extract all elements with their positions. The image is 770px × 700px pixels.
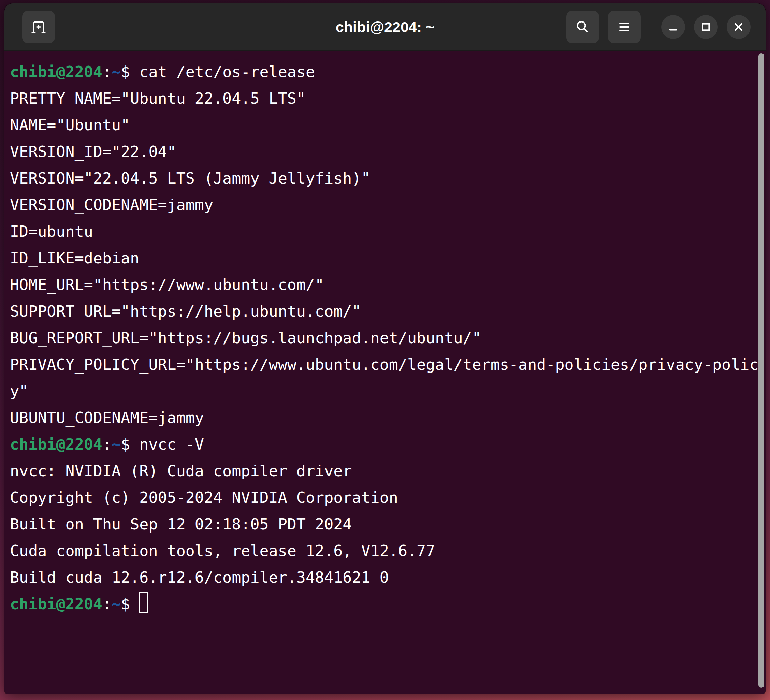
terminal-headerbar: chibi@2204: ~ xyxy=(5,3,765,51)
output-text: Cuda compilation tools, release 12.6, V1… xyxy=(10,542,435,560)
terminal-line: Cuda compilation tools, release 12.6, V1… xyxy=(10,538,765,564)
search-button[interactable] xyxy=(566,11,599,43)
terminal-screen[interactable]: chibi@2204:~$ cat /etc/os-releasePRETTY_… xyxy=(5,52,765,694)
prompt-separator: : xyxy=(102,63,112,81)
terminal-line: PRIVACY_POLICY_URL="https://www.ubuntu.c… xyxy=(10,351,765,378)
window-title: chibi@2204: ~ xyxy=(336,19,434,36)
prompt-separator: : xyxy=(102,435,112,453)
menu-button[interactable] xyxy=(608,11,641,43)
terminal-line: PRETTY_NAME="Ubuntu 22.04.5 LTS" xyxy=(10,85,765,112)
terminal-line: VERSION_ID="22.04" xyxy=(10,139,765,165)
prompt-user-host: chibi@2204 xyxy=(10,435,102,453)
text-cursor xyxy=(139,592,149,613)
output-text: HOME_URL="https://www.ubuntu.com/" xyxy=(10,276,324,294)
terminal-line: HOME_URL="https://www.ubuntu.com/" xyxy=(10,272,765,298)
output-text: NAME="Ubuntu" xyxy=(10,116,130,134)
prompt-user-host: chibi@2204 xyxy=(10,63,102,81)
hamburger-menu-icon xyxy=(616,19,632,35)
output-text: Build cuda_12.6.r12.6/compiler.34841621_… xyxy=(10,568,389,587)
terminal-line: y" xyxy=(10,378,765,404)
output-text: ID_LIKE=debian xyxy=(10,249,139,267)
output-text: SUPPORT_URL="https://help.ubuntu.com/" xyxy=(10,302,361,320)
terminal-line: VERSION_CODENAME=jammy xyxy=(10,192,765,218)
maximize-icon xyxy=(698,19,713,34)
output-text: Built on Thu_Sep_12_02:18:05_PDT_2024 xyxy=(10,515,352,533)
prompt-symbol: $ xyxy=(121,435,130,453)
prompt-symbol: $ xyxy=(121,595,130,613)
close-icon xyxy=(731,19,746,34)
search-icon xyxy=(574,19,591,35)
prompt-user-host: chibi@2204 xyxy=(10,595,102,613)
terminal-line: Copyright (c) 2005-2024 NVIDIA Corporati… xyxy=(10,484,765,511)
output-text: PRIVACY_POLICY_URL="https://www.ubuntu.c… xyxy=(10,356,759,373)
terminal-line: ID_LIKE=debian xyxy=(10,245,765,272)
output-text: VERSION="22.04.5 LTS (Jammy Jellyfish)" xyxy=(10,169,370,187)
prompt-symbol: $ xyxy=(121,63,130,81)
terminal-line: SUPPORT_URL="https://help.ubuntu.com/" xyxy=(10,298,765,325)
terminal-window: chibi@2204: ~ xyxy=(5,3,765,694)
terminal-line: UBUNTU_CODENAME=jammy xyxy=(10,404,765,431)
command-text xyxy=(130,595,139,613)
terminal-line: Build cuda_12.6.r12.6/compiler.34841621_… xyxy=(10,564,765,591)
prompt-path: ~ xyxy=(112,63,121,81)
prompt-separator: : xyxy=(102,595,112,613)
maximize-button[interactable] xyxy=(694,15,718,39)
output-text: BUG_REPORT_URL="https://bugs.launchpad.n… xyxy=(10,329,481,347)
prompt-path: ~ xyxy=(112,435,121,453)
output-text: PRETTY_NAME="Ubuntu 22.04.5 LTS" xyxy=(10,89,306,107)
terminal-line: chibi@2204:~$ cat /etc/os-release xyxy=(10,59,765,85)
terminal-line: chibi@2204:~$ nvcc -V xyxy=(10,431,765,458)
terminal-line: ID=ubuntu xyxy=(10,218,765,245)
prompt-path: ~ xyxy=(112,595,121,613)
terminal-line: VERSION="22.04.5 LTS (Jammy Jellyfish)" xyxy=(10,165,765,192)
minimize-button[interactable] xyxy=(661,15,685,39)
headerbar-right-controls xyxy=(566,11,751,43)
output-text: VERSION_CODENAME=jammy xyxy=(10,196,213,214)
new-tab-icon xyxy=(30,18,47,36)
output-text: ID=ubuntu xyxy=(10,222,93,241)
output-text: nvcc: NVIDIA (R) Cuda compiler driver xyxy=(10,462,352,480)
close-button[interactable] xyxy=(727,15,751,39)
output-text: y" xyxy=(10,382,28,400)
output-text: Copyright (c) 2005-2024 NVIDIA Corporati… xyxy=(10,488,398,507)
output-text: VERSION_ID="22.04" xyxy=(10,142,176,161)
terminal-line: NAME="Ubuntu" xyxy=(10,112,765,139)
terminal-line: nvcc: NVIDIA (R) Cuda compiler driver xyxy=(10,458,765,484)
scrollbar-thumb[interactable] xyxy=(759,53,764,688)
terminal-line: chibi@2204:~$ xyxy=(10,591,765,618)
minimize-icon xyxy=(666,19,681,34)
output-text: UBUNTU_CODENAME=jammy xyxy=(10,409,204,427)
command-text: nvcc -V xyxy=(130,435,204,453)
terminal-line: BUG_REPORT_URL="https://bugs.launchpad.n… xyxy=(10,325,765,351)
command-text: cat /etc/os-release xyxy=(130,63,315,81)
new-tab-button[interactable] xyxy=(22,11,55,43)
terminal-line: Built on Thu_Sep_12_02:18:05_PDT_2024 xyxy=(10,511,765,538)
